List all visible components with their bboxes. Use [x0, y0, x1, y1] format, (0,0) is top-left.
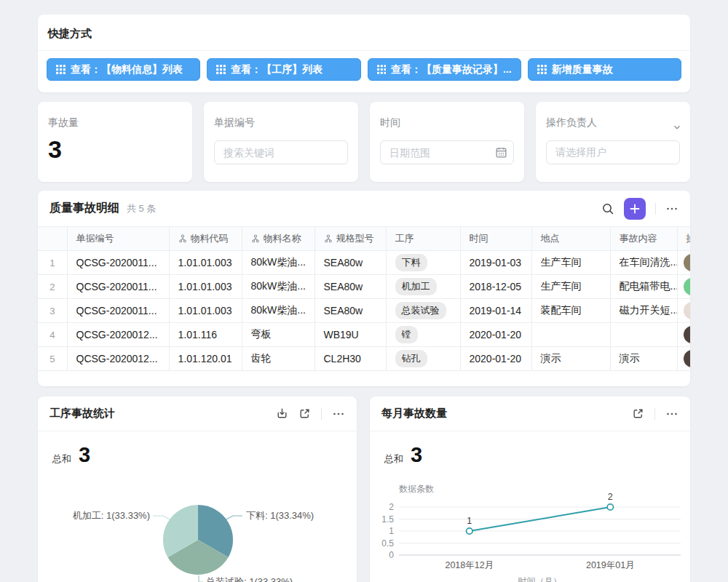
calendar-icon: [495, 146, 507, 159]
operator-cell: [677, 251, 690, 275]
place-cell: 生产车间: [531, 251, 610, 275]
shortcut-button-2[interactable]: 查看：【工序】列表: [207, 58, 360, 81]
table-row[interactable]: 3QCSG-2020011...1.01.01.00380kW柴油...SEA8…: [38, 299, 690, 323]
place-cell: 演示: [531, 347, 610, 371]
column-header[interactable]: 规格型号: [314, 227, 386, 251]
column-header[interactable]: 物料名称: [242, 227, 314, 251]
operator-select[interactable]: 请选择用户: [546, 140, 680, 164]
shortcut-button-label: 查看：【物料信息】列表: [71, 63, 183, 76]
place-cell: 生产车间: [531, 275, 610, 299]
operator-cell: [677, 275, 690, 299]
shortcut-button-3[interactable]: 查看：【质量事故记录】...: [368, 58, 521, 81]
process-tag: 下料: [395, 254, 427, 271]
column-header-label: 物料代码: [191, 232, 229, 245]
dashboard-page: 快捷方式 查看：【物料信息】列表查看：【工序】列表查看：【质量事故记录】...新…: [0, 0, 728, 582]
place-cell: 装配车间: [531, 299, 610, 323]
add-record-button[interactable]: [624, 198, 646, 220]
column-header[interactable]: 时间: [460, 227, 531, 251]
process-pie-chart[interactable]: 下料: 1(33.34%)总装试验: 1(33.33%)机加工: 1(33.33…: [38, 469, 357, 582]
column-header[interactable]: [38, 227, 67, 251]
table-record-count: 共 5 条: [127, 202, 156, 215]
column-header[interactable]: 工序: [386, 227, 460, 251]
column-header[interactable]: 事故内容: [610, 227, 677, 251]
pie-card-title: 工序事故统计: [50, 407, 115, 420]
shortcut-button-4[interactable]: 新增质量事故: [528, 58, 681, 81]
monthly-line-chart[interactable]: 00.511.5212018年12月22019年01月数据条数时间（月）: [370, 469, 690, 582]
shortcut-buttons: 查看：【物料信息】列表查看：【工序】列表查看：【质量事故记录】...新增质量事故: [38, 51, 690, 81]
time-filter-label: 时间: [380, 116, 514, 129]
table-row[interactable]: 5QCSG-2020012...1.01.120.01齿轮CL2H30钻孔202…: [38, 347, 690, 371]
column-header[interactable]: 物料代码: [169, 227, 242, 251]
time-filter-card: 时间: [370, 102, 524, 182]
row-number: 1: [38, 251, 67, 275]
pie-label-line: [199, 575, 203, 582]
search-button[interactable]: [601, 202, 614, 215]
incident-table: 单据编号物料代码物料名称规格型号工序时间地点事故内容操作负责人 1QCSG-20…: [38, 226, 690, 371]
avatar: [684, 326, 691, 343]
spec-cell: SEA80w: [314, 251, 386, 275]
y-tick-label: 1: [389, 526, 394, 536]
name-cell: 80kW柴油...: [242, 299, 314, 323]
name-cell: 80kW柴油...: [242, 275, 314, 299]
more-dots-icon: [332, 407, 345, 420]
table-row[interactable]: 4QCSG-2020012...1.01.116弯板WB19U镗2020-01-…: [38, 323, 690, 347]
process-cell: 钻孔: [386, 347, 460, 371]
name-cell: 80kW柴油...: [242, 251, 314, 275]
data-point[interactable]: [607, 504, 613, 510]
line-card-actions: [632, 407, 678, 420]
doc-cell: QCSG-2020012...: [67, 323, 169, 347]
column-header-label: 工序: [395, 232, 414, 245]
spec-cell: WB19U: [314, 323, 386, 347]
name-cell: 弯板: [242, 323, 314, 347]
process-tag: 机加工: [395, 278, 437, 295]
avatar: [684, 278, 691, 295]
content-cell: 配电箱带电...: [610, 275, 677, 299]
pie-label: 下料: 1(33.34%): [246, 510, 314, 521]
data-point[interactable]: [467, 528, 472, 534]
pie-more-button[interactable]: [332, 407, 345, 420]
column-header[interactable]: 地点: [531, 227, 610, 251]
doc-number-label: 单据编号: [214, 116, 348, 129]
table-more-button[interactable]: [665, 202, 678, 215]
expand-button[interactable]: [632, 407, 644, 420]
content-cell: 磁力开关短...: [610, 299, 677, 323]
download-icon: [276, 407, 288, 420]
divider: [321, 408, 322, 420]
operator-cell: [677, 347, 690, 371]
divider: [655, 203, 656, 215]
x-tick-label: 2018年12月: [445, 560, 494, 570]
doc-cell: QCSG-2020011...: [67, 299, 169, 323]
column-header[interactable]: 单据编号: [67, 227, 169, 251]
search-icon: [601, 202, 614, 215]
doc-number-search-input[interactable]: [214, 140, 348, 164]
more-dots-icon: [665, 407, 678, 420]
shortcuts-title: 快捷方式: [38, 15, 690, 50]
expand-button[interactable]: [298, 407, 311, 420]
column-header-label: 地点: [541, 232, 560, 245]
pie-card-header: 工序事故统计: [38, 396, 357, 431]
date-cell: 2020-01-20: [460, 347, 531, 371]
avatar: [684, 254, 691, 271]
date-range-input[interactable]: [380, 140, 514, 164]
doc-number-card: 单据编号: [204, 102, 358, 182]
spec-cell: CL2H30: [314, 347, 386, 371]
incident-table-card: 质量事故明细 共 5 条: [38, 191, 690, 386]
avatar: [684, 350, 691, 367]
code-cell: 1.01.116: [169, 323, 242, 347]
process-cell: 总装试验: [386, 299, 460, 323]
table-row[interactable]: 2QCSG-2020011...1.01.01.00380kW柴油...SEA8…: [38, 275, 690, 299]
row-number: 2: [38, 275, 67, 299]
relation-icon: [178, 234, 187, 243]
shortcut-button-1[interactable]: 查看：【物料信息】列表: [47, 58, 200, 81]
y-tick-label: 1.5: [381, 514, 394, 525]
pie-total: 总和 3: [38, 431, 357, 467]
line-more-button[interactable]: [665, 407, 678, 420]
table-row[interactable]: 1QCSG-2020011...1.01.01.00380kW柴油...SEA8…: [38, 251, 690, 275]
export-button[interactable]: [276, 407, 288, 420]
process-tag: 钻孔: [395, 350, 427, 367]
pie-total-label: 总和: [52, 453, 71, 466]
code-cell: 1.01.01.003: [169, 251, 242, 275]
column-header[interactable]: 操作负责人: [677, 227, 690, 251]
column-header-label: 规格型号: [336, 232, 374, 245]
grid-icon: [56, 65, 66, 74]
